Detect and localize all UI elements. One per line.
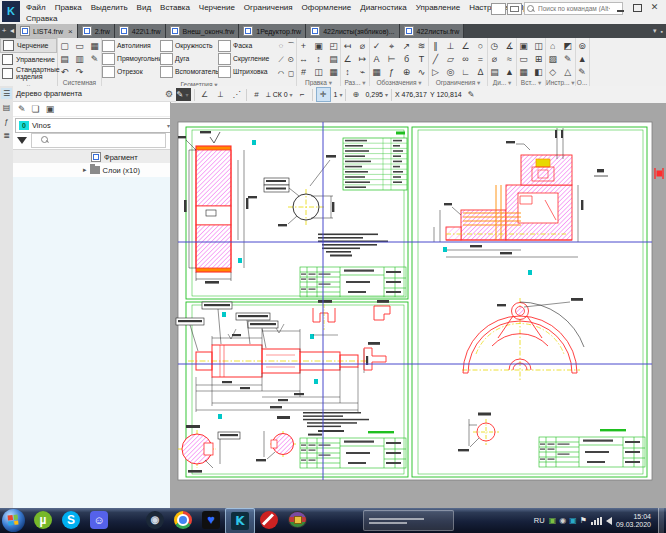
coord-system-select[interactable]: ⟂ СК 0 ▾ (266, 91, 293, 99)
menu-item-6[interactable]: Черчение (199, 3, 235, 12)
tool-icon-button[interactable]: ⊥ (444, 40, 457, 52)
heart-taskbar-icon[interactable]: ♥ (197, 508, 225, 532)
tree-toolbar-icon-3[interactable]: ▣ (46, 104, 55, 114)
tool-button[interactable]: Автолиния (102, 39, 160, 52)
drawing-canvas[interactable] (170, 103, 666, 508)
tool-icon-button[interactable]: ↤ (341, 40, 354, 52)
ribbon-group-label[interactable]: Вст... ▾ (517, 78, 545, 86)
tool-icon-button[interactable]: ◧ (532, 66, 545, 78)
tool-icon-button[interactable]: ◰ (327, 40, 340, 52)
tool-icon-button[interactable]: ▲ (576, 53, 589, 65)
chevron-down-icon[interactable]: ▾ (417, 79, 422, 86)
ortho-toggle-icon[interactable]: ⌐ (296, 88, 309, 101)
tool-icon-button[interactable]: ▦ (327, 66, 340, 78)
menu-item-help[interactable]: Справка (26, 14, 57, 23)
tool-icon-button[interactable]: ▣ (517, 40, 530, 52)
tool-icon-button[interactable]: ▱ (444, 53, 457, 65)
menu-item-7[interactable]: Ограничения (244, 3, 293, 12)
screen-mode-icon[interactable] (507, 3, 522, 15)
tool-icon-button[interactable]: ✎ (576, 66, 589, 78)
ribbon-tab-3[interactable]: Стандартные изделия (0, 66, 57, 81)
ribbon-group-label[interactable]: Ограничения ▾ (429, 78, 487, 86)
pick-coords-icon[interactable]: ✎ (465, 88, 478, 101)
zoom-tool-icon[interactable]: ⊕ (349, 88, 362, 101)
tool-icon-button[interactable]: = (474, 53, 487, 65)
panel-strip-icon-3[interactable]: ƒ (1, 116, 12, 127)
panel-strip-icon-2[interactable]: ▤ (1, 102, 12, 113)
snap-angle-icon[interactable]: ∠ (198, 88, 211, 101)
winrar-taskbar-icon[interactable] (283, 508, 311, 532)
explorer-taskbar-icon[interactable] (113, 508, 141, 532)
tool-icon-button[interactable]: ⟋ (276, 54, 286, 66)
tool-icon-button[interactable]: Т (415, 53, 428, 65)
layer-select[interactable]: 1 ▾ (334, 91, 343, 98)
tool-icon-button[interactable]: ≈ (503, 53, 516, 65)
tool-button[interactable]: Дуга (160, 52, 218, 65)
chevron-down-icon[interactable]: ▾ (536, 79, 541, 86)
filter-icon[interactable] (17, 137, 27, 144)
volume-icon[interactable] (606, 517, 612, 525)
tray-icon-2[interactable]: ◉ (559, 516, 566, 526)
expand-caret-icon[interactable]: ▸ (83, 166, 87, 174)
tool-icon-button[interactable]: ⌒ (286, 40, 296, 52)
tool-icon-button[interactable]: ◌ (276, 40, 286, 52)
tool-icon-button[interactable]: ▤ (58, 53, 71, 65)
menu-item-2[interactable]: Правка (55, 3, 82, 12)
utorrent-taskbar-icon[interactable]: µ (29, 508, 57, 532)
blocked-taskbar-icon[interactable] (255, 508, 283, 532)
ribbon-group-label[interactable]: Ди... ▾ (488, 78, 516, 86)
tool-icon-button[interactable]: ╱ (429, 53, 442, 65)
layer-dropdown[interactable]: 0 Vinos ▾ (15, 118, 174, 133)
start-button[interactable] (2, 509, 25, 532)
ribbon-group-label[interactable]: Инстр... ▾ (546, 78, 575, 86)
menu-item-9[interactable]: Диагностика (360, 3, 406, 12)
tool-icon-button[interactable]: ▷ (429, 66, 442, 78)
gear-icon[interactable]: ⚙ (165, 89, 173, 99)
tree-search-input[interactable] (31, 133, 166, 148)
document-tab[interactable]: 422листы(зябликов)... (306, 24, 399, 38)
tool-icon-button[interactable]: + (297, 40, 310, 52)
panel-strip-icon-1[interactable]: ☰ (1, 88, 12, 99)
tool-icon-button[interactable]: ∿ (415, 66, 428, 78)
tool-icon-button[interactable]: ⌀ (356, 40, 369, 52)
tool-icon-button[interactable]: ◩ (561, 40, 574, 52)
tool-icon-button[interactable]: ≋ (415, 40, 428, 52)
tool-icon-button[interactable]: ⊕ (400, 66, 413, 78)
command-search-input[interactable] (536, 4, 612, 13)
tool-icon-button[interactable]: ↕ (341, 66, 354, 78)
tool-icon-button[interactable]: ◎ (444, 66, 457, 78)
document-tab[interactable]: 422\1.frw (115, 24, 166, 38)
tray-icon-3[interactable]: ▣ (569, 516, 577, 526)
zoom-value[interactable]: 0,295 ▾ (365, 91, 388, 98)
tool-icon-button[interactable]: △ (561, 66, 574, 78)
document-tab[interactable]: Внеш_оконч.frw (166, 24, 240, 38)
tool-icon-button[interactable]: ∞ (459, 53, 472, 65)
tool-icon-button[interactable]: А (370, 53, 383, 65)
network-icon[interactable] (591, 517, 602, 525)
tool-icon-button[interactable]: ▤ (327, 53, 340, 65)
tool-icon-button[interactable]: ▦ (517, 66, 530, 78)
tool-button[interactable]: Прямоугольник (102, 52, 160, 65)
tree-toolbar-icon-1[interactable]: ✎ (18, 104, 26, 114)
tool-icon-button[interactable]: ⌀ (488, 53, 501, 65)
taskbar-window-button[interactable] (363, 510, 454, 531)
ribbon-group-label[interactable]: Раз... ▾ (341, 78, 369, 86)
ribbon-group-label[interactable]: О... (576, 78, 589, 86)
tool-icon-button[interactable]: ⊚ (576, 40, 589, 52)
tab-close-icon[interactable]: × (68, 27, 73, 36)
document-tab[interactable]: 422листы.frw (400, 24, 465, 38)
menu-item-3[interactable]: Выделить (91, 3, 128, 12)
tool-icon-button[interactable]: ↔ (297, 53, 310, 65)
ribbon-group-label[interactable]: Системная (58, 78, 101, 86)
gear-parameter-table[interactable] (343, 132, 407, 191)
tool-icon-button[interactable]: ◻ (286, 68, 296, 80)
tool-icon-button[interactable]: ↦ (356, 53, 369, 65)
tool-icon-button[interactable]: ✎ (561, 53, 574, 65)
chevron-down-icon[interactable]: ▾ (360, 79, 365, 86)
snap-points-icon[interactable]: ⋰ (230, 88, 243, 101)
kompas-taskbar-icon[interactable]: K (225, 508, 255, 533)
pointer-mode-icon[interactable]: ✛ (316, 87, 331, 102)
tab-overflow-icon[interactable]: ▾ (653, 27, 657, 35)
skype-taskbar-icon[interactable]: S (57, 508, 85, 532)
command-search[interactable] (524, 2, 623, 15)
